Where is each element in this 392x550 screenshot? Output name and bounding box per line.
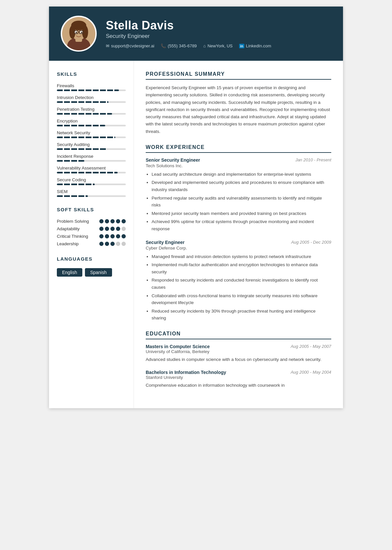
education-item: Bachelors in Information Technology Aug … <box>146 370 331 389</box>
dot <box>116 219 120 223</box>
job-header: Senior Security Engineer Jan 2010 - Pres… <box>146 157 331 163</box>
job-bullet: Lead security architecture design and im… <box>152 171 331 178</box>
skill-name: SIEM <box>57 189 126 194</box>
location-text: NewYork, US <box>207 43 233 48</box>
summary-section: PROFESSIONAL SUMMARY Experienced Securit… <box>146 71 331 135</box>
candidate-title: Security Engineer <box>106 33 331 40</box>
skill-bar-fill <box>57 160 84 162</box>
edu-degree: Bachelors in Information Technology <box>146 370 226 375</box>
language-badge: English <box>57 268 82 277</box>
skill-name: Penetration Testing <box>57 107 126 112</box>
svg-point-9 <box>75 32 77 33</box>
job-header: Security Engineer Aug 2005 - Dec 2009 <box>146 240 331 245</box>
edu-school: University of California, Berkeley <box>146 349 331 354</box>
phone-text: (555) 345-6789 <box>168 43 197 48</box>
skill-name: Secure Coding <box>57 177 126 182</box>
skill-bar-fill <box>57 172 118 173</box>
skill-item: Firewalls <box>57 83 126 91</box>
avatar <box>61 16 97 52</box>
education-item: Masters in Computer Science Aug 2005 - M… <box>146 344 331 363</box>
soft-skill-name: Leadership <box>57 241 79 246</box>
email-icon: ✉ <box>106 43 109 48</box>
edu-description: Comprehensive education in information t… <box>146 382 331 389</box>
skill-bar-fill <box>57 195 88 197</box>
languages-section: LANGUAGES EnglishSpanish <box>57 256 126 277</box>
dot <box>99 219 104 223</box>
edu-header: Masters in Computer Science Aug 2005 - M… <box>146 344 331 349</box>
skill-name: Intrusion Detection <box>57 95 126 100</box>
skill-bar <box>57 137 126 138</box>
skill-name: Firewalls <box>57 83 126 88</box>
dot <box>110 219 115 223</box>
skill-bar-fill <box>57 101 108 103</box>
job-company: Tech Solutions Inc. <box>146 163 331 168</box>
job-item: Security Engineer Aug 2005 - Dec 2009 Cy… <box>146 240 331 322</box>
edu-header: Bachelors in Information Technology Aug … <box>146 370 331 375</box>
skill-dots <box>99 219 126 223</box>
language-badge: Spanish <box>85 268 112 277</box>
skill-item: Penetration Testing <box>57 107 126 115</box>
education-title: EDUCATION <box>146 331 331 339</box>
soft-skill-item: Adaptability <box>57 226 126 231</box>
edu-dates: Aug 2005 - May 2007 <box>291 344 331 349</box>
skill-item: Encryption <box>57 119 126 126</box>
job-bullets: Managed firewall and intrusion detection… <box>146 253 331 322</box>
skill-bar-fill <box>57 137 115 138</box>
resume-document: Stella Davis Security Engineer ✉ support… <box>49 7 343 408</box>
skill-bar <box>57 113 126 115</box>
job-bullet: Implemented multi-factor authentication … <box>152 261 331 275</box>
job-bullet: Performed regular security audits and vu… <box>152 195 331 209</box>
skill-bar <box>57 172 126 173</box>
dot <box>122 227 126 231</box>
work-title: WORK EXPERIENCE <box>146 144 331 153</box>
skill-bar-fill <box>57 184 95 185</box>
svg-point-5 <box>69 25 75 39</box>
job-bullet: Mentored junior security team members an… <box>152 210 331 217</box>
phone-icon: 📞 <box>161 43 166 48</box>
summary-title: PROFESSIONAL SUMMARY <box>146 71 331 80</box>
job-company: Cyber Defense Corp. <box>146 246 331 251</box>
skill-item: Network Security <box>57 130 126 138</box>
skill-bar-fill <box>57 148 106 150</box>
job-item: Senior Security Engineer Jan 2010 - Pres… <box>146 157 331 233</box>
edu-degree: Masters in Computer Science <box>146 344 210 349</box>
sidebar: SKILLS Firewalls Intrusion Detection Pen… <box>49 61 134 408</box>
job-bullet: Reduced security incidents by 30% throug… <box>152 308 331 322</box>
dot <box>110 227 115 231</box>
skill-bar <box>57 89 126 91</box>
email-text: support@cvdesigner.ai <box>111 43 154 48</box>
main-content: PROFESSIONAL SUMMARY Experienced Securit… <box>134 61 343 408</box>
edu-description: Advanced studies in computer science wit… <box>146 356 331 363</box>
dot <box>122 219 126 223</box>
soft-skill-item: Leadership <box>57 241 126 246</box>
soft-skill-item: Problem Solving <box>57 219 126 224</box>
skill-item: Secure Coding <box>57 177 126 185</box>
job-dates: Jan 2010 - Present <box>295 157 331 162</box>
resume-body: SKILLS Firewalls Intrusion Detection Pen… <box>49 61 343 408</box>
candidate-name: Stella Davis <box>106 19 331 32</box>
jobs-list: Senior Security Engineer Jan 2010 - Pres… <box>146 157 331 322</box>
skill-name: Security Auditing <box>57 142 126 147</box>
edu-school: Stanford University <box>146 375 331 380</box>
job-bullet: Responded to security incidents and cond… <box>152 277 331 291</box>
dot <box>122 234 126 238</box>
skill-dots <box>99 242 126 246</box>
skill-bar <box>57 125 126 126</box>
dot <box>110 234 115 238</box>
linkedin-icon: in <box>239 44 244 48</box>
soft-skills-section: SOFT SKILLS Problem SolvingAdaptabilityC… <box>57 207 126 246</box>
skill-item: Vulnerability Assessment <box>57 166 126 173</box>
soft-skill-item: Critical Thinking <box>57 234 126 239</box>
skill-name: Encryption <box>57 119 126 123</box>
soft-skills-title: SOFT SKILLS <box>57 207 126 214</box>
skill-dots <box>99 227 126 231</box>
skill-bar <box>57 184 126 185</box>
skill-bar <box>57 195 126 197</box>
resume-header: Stella Davis Security Engineer ✉ support… <box>49 7 343 61</box>
skills-list: Firewalls Intrusion Detection Penetratio… <box>57 83 126 197</box>
job-title: Senior Security Engineer <box>146 157 200 163</box>
soft-skill-name: Problem Solving <box>57 219 89 224</box>
soft-skills-list: Problem SolvingAdaptabilityCritical Thin… <box>57 219 126 246</box>
dot <box>99 234 104 238</box>
dot <box>122 242 126 246</box>
